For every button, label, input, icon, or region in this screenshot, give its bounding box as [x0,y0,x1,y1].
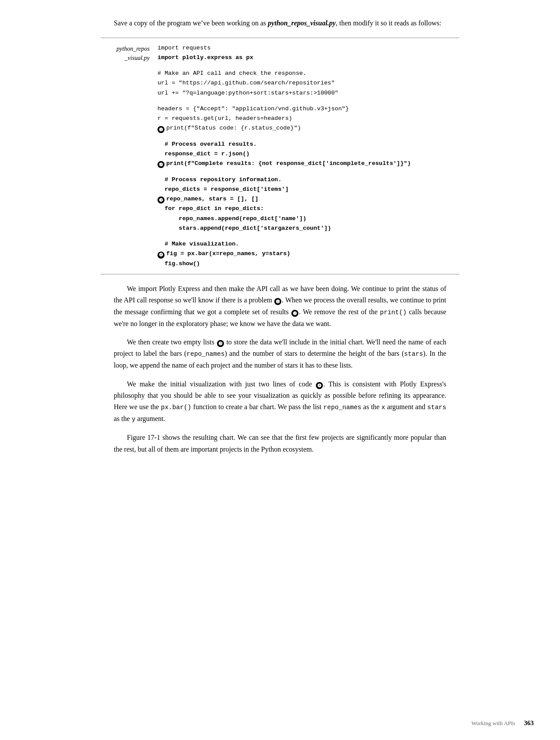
code-content: import requests import plotly.express as… [158,43,459,269]
inline-annotation-1: ❶ [274,298,281,305]
inline-annotation-4: ❹ [316,382,323,389]
inline-annotation-2: ❷ [291,310,298,317]
inline-annotation-3: ❸ [217,340,224,347]
code-line: url = "https://api.github.com/search/rep… [158,78,459,88]
code-empty-line [158,63,459,69]
intro-filename: python_repos_visual.py [268,19,336,27]
code-line-annotated-2: ❷ print(f"Complete results: {not respons… [158,159,459,168]
code-empty-line [158,133,459,140]
code-empty-line [158,233,459,239]
intro-text-2: , then modify it so it reads as follows: [336,19,441,27]
annotation-1: ❶ [158,126,164,133]
code-line: # Process overall results. [158,140,459,149]
annotation-2: ❷ [158,161,164,168]
code-line: repo_dicts = response_dict['items'] [158,185,459,194]
intro-paragraph: Save a copy of the program we’ve been wo… [101,18,459,29]
code-line-annotated-3: ❸ repo_names, stars = [], [] [158,194,459,204]
code-line: headers = {"Accept": "application/vnd.gi… [158,104,459,114]
page: Save a copy of the program we’ve been wo… [0,0,560,740]
body-paragraph-4: Figure 17-1 shows the resulting chart. W… [101,432,459,455]
code-line-annotated-1: ❶ print(f"Status code: {r.status_code}") [158,123,459,133]
code-line: response_dict = r.json() [158,149,459,159]
code-line: import plotly.express as px [158,53,459,63]
annotation-3: ❸ [158,196,164,203]
body-paragraph-1: We import Plotly Express and then make t… [101,283,459,330]
filename-label: python_repos _visual.py [101,43,158,63]
code-line: # Make visualization. [158,239,459,249]
intro-text-1: Save a copy of the program we’ve been wo… [114,19,268,27]
body-paragraph-2: We then create two empty lists ❸ to stor… [101,337,459,372]
code-empty-line [158,169,459,175]
page-number: 363 [524,719,534,727]
body-paragraph-3: We make the initial visualization with j… [101,379,459,425]
footer-section-title: Working with APIs [471,720,515,727]
page-footer: Working with APIs 363 [471,719,534,727]
code-line-annotated-4: ❹ fig = px.bar(x=repo_names, y=stars) [158,249,459,259]
code-line: # Process repository information. [158,175,459,185]
code-line: for repo_dict in repo_dicts: [158,204,459,214]
code-line: url += "?q=language:python+sort:stars+st… [158,88,459,98]
code-block: python_repos _visual.py import requests … [101,38,459,274]
code-line: fig.show() [158,259,459,269]
annotation-4: ❹ [158,252,164,259]
code-empty-line [158,98,459,104]
code-line: r = requests.get(url, headers=headers) [158,114,459,123]
code-line: repo_names.append(repo_dict['name']) [158,214,459,224]
code-line: stars.append(repo_dict['stargazers_count… [158,224,459,233]
code-line: import requests [158,43,459,53]
code-line: # Make an API call and check the respons… [158,69,459,78]
content-area: Save a copy of the program we’ve been wo… [92,18,468,455]
